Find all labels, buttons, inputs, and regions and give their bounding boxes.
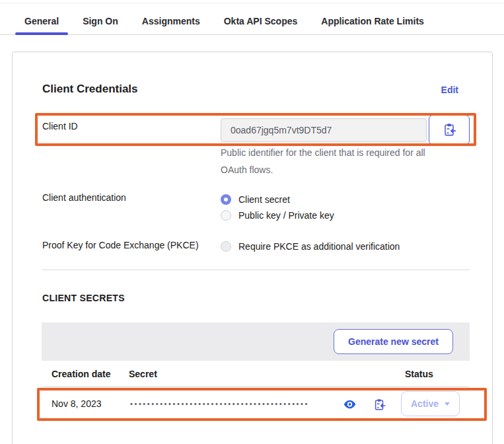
radio-selected-icon <box>221 194 231 205</box>
radio-client-secret[interactable]: Client secret <box>221 193 290 206</box>
column-header-secret: Secret <box>129 361 157 387</box>
pkce-label: Proof Key for Code Exchange (PKCE) <box>42 240 199 250</box>
edit-link[interactable]: Edit <box>441 85 458 95</box>
table-header-row: Creation date Secret Status <box>42 361 470 387</box>
tab-general[interactable]: General <box>15 0 68 35</box>
section-divider <box>42 270 470 270</box>
radio-public-private-key[interactable]: Public key / Private key <box>221 209 334 222</box>
tab-sign-on[interactable]: Sign On <box>73 0 127 35</box>
checkbox-unchecked-icon <box>221 241 231 252</box>
masked-secret-cell: ••••••••••••••••••••••••••••••••••••••••… <box>130 387 309 420</box>
client-id-help: Public identifier for the client that is… <box>221 144 449 178</box>
status-dropdown[interactable]: Active <box>401 391 460 416</box>
table-row: Nov 8, 2023 ••••••••••••••••••••••••••••… <box>42 387 470 420</box>
clipboard-copy-icon <box>443 123 456 137</box>
client-id-label: Client ID <box>42 121 78 131</box>
pkce-option-label: Require PKCE as additional verification <box>238 241 400 252</box>
reveal-secret-button[interactable] <box>342 397 357 412</box>
tab-assignments[interactable]: Assignments <box>133 0 209 35</box>
caret-down-icon <box>445 402 450 406</box>
status-label: Active <box>411 398 439 409</box>
radio-unselected-icon <box>221 210 231 221</box>
copy-secret-button[interactable] <box>372 397 386 412</box>
radio-public-key-label: Public key / Private key <box>238 210 334 221</box>
column-header-creation-date: Creation date <box>52 361 110 387</box>
radio-client-secret-label: Client secret <box>238 194 290 205</box>
clipboard-copy-icon <box>373 398 386 411</box>
copy-client-id-button[interactable] <box>429 115 470 145</box>
tab-okta-api-scopes[interactable]: Okta API Scopes <box>215 0 307 35</box>
client-id-field[interactable]: 0oad67jgq5m7vt9DT5d7 <box>221 118 427 142</box>
tab-application-rate-limits[interactable]: Application Rate Limits <box>312 0 433 35</box>
client-secrets-title: CLIENT SECRETS <box>42 293 125 303</box>
column-header-status: Status <box>405 361 433 387</box>
generate-new-secret-button[interactable]: Generate new secret <box>334 329 453 354</box>
client-secrets-table: Generate new secret Creation date Secret… <box>42 322 470 420</box>
client-authentication-label: Client authentication <box>42 192 126 203</box>
creation-date-cell: Nov 8, 2023 <box>52 387 102 420</box>
general-settings-card: Client Credentials Edit Client ID 0oad67… <box>12 52 493 444</box>
section-title: Client Credentials <box>42 83 138 96</box>
pkce-checkbox-row[interactable]: Require PKCE as additional verification <box>221 240 400 253</box>
eye-icon <box>343 400 356 409</box>
tab-bar: General Sign On Assignments Okta API Sco… <box>0 0 504 35</box>
table-toolbar: Generate new secret <box>42 322 470 361</box>
